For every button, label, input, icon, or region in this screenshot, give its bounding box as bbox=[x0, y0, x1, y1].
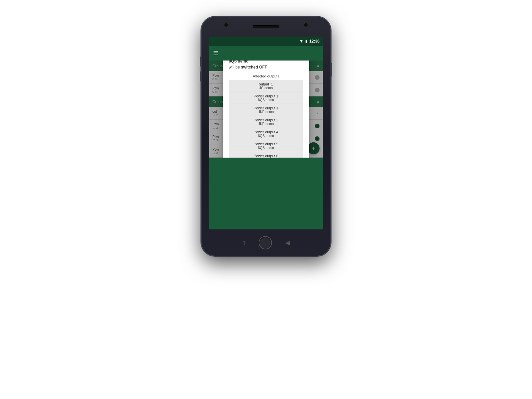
volume-down-button bbox=[200, 71, 201, 81]
phone-bottom-nav: ▯ ◀ bbox=[201, 229, 331, 256]
phone-screen: ▼ ▮ 12:36 ☰ Group 1 ∧ Pow 0 m bbox=[209, 37, 323, 229]
status-time: 12:36 bbox=[309, 39, 320, 44]
hamburger-menu-icon[interactable]: ☰ bbox=[213, 50, 218, 57]
battery-icon: ▮ bbox=[305, 39, 307, 44]
output-item-device: 4KE demo bbox=[231, 110, 301, 114]
output-item-name: Power output 5 bbox=[231, 142, 301, 146]
dialog-output-item: Power output 1 4KE demo bbox=[229, 104, 303, 116]
output-item-name: Power output 1 bbox=[231, 106, 301, 110]
affected-outputs-label: Affected outputs bbox=[229, 74, 303, 78]
dialog-output-item: Power output 6 8QS demo bbox=[229, 152, 303, 158]
volume-up-button bbox=[200, 57, 201, 66]
front-camera-left bbox=[224, 23, 228, 27]
output-item-device: 8QS demo bbox=[231, 134, 301, 138]
dialog-output-item: Power output 1 8QS demo bbox=[229, 92, 303, 104]
home-button[interactable] bbox=[259, 236, 272, 249]
dialog-action-word: switched OFF bbox=[241, 65, 267, 69]
app-content: Group 1 ∧ Pow 0 m Pow 0 m bbox=[209, 61, 323, 158]
confirmation-dialog: Are you sure? All outputs in group 8QS d… bbox=[223, 61, 309, 158]
dialog-output-item: output_1 4C demo bbox=[229, 80, 303, 92]
back-button-icon[interactable]: ◀ bbox=[285, 239, 290, 246]
phone-shell: ▼ ▮ 12:36 ☰ Group 1 ∧ Pow 0 m bbox=[201, 17, 331, 256]
output-item-name: output_1 bbox=[231, 82, 301, 86]
output-item-device: 4C demo bbox=[231, 86, 301, 90]
output-item-name: Power output 4 bbox=[231, 130, 301, 134]
dialog-output-item: Power output 4 8QS demo bbox=[229, 128, 303, 140]
status-bar: ▼ ▮ 12:36 bbox=[209, 37, 323, 46]
scene: ▼ ▮ 12:36 ☰ Group 1 ∧ Pow 0 m bbox=[0, 0, 532, 399]
dialog-body-text: All outputs in group 8QS demo will be sw… bbox=[229, 61, 303, 70]
dialog-overlay: Are you sure? All outputs in group 8QS d… bbox=[209, 61, 323, 158]
dialog-body-line3: will be bbox=[229, 65, 240, 69]
output-item-name: Power output 6 bbox=[231, 154, 301, 158]
earpiece-speaker bbox=[253, 25, 279, 28]
dialog-output-list[interactable]: output_1 4C demo Power output 1 8QS demo… bbox=[229, 80, 303, 158]
app-header: ☰ bbox=[209, 46, 323, 61]
front-camera-right bbox=[304, 23, 308, 27]
dialog-group-name: 8QS demo bbox=[229, 61, 248, 64]
phone-top-bar bbox=[201, 17, 331, 37]
output-item-device: 4KE demo bbox=[231, 122, 301, 126]
recent-apps-icon[interactable]: ▯ bbox=[242, 240, 245, 246]
dialog-output-item: Power output 5 8QS demo bbox=[229, 140, 303, 152]
output-item-name: Power output 2 bbox=[231, 118, 301, 122]
power-button bbox=[331, 63, 332, 76]
output-item-device: 8QS demo bbox=[231, 98, 301, 102]
output-item-name: Power output 1 bbox=[231, 94, 301, 98]
wifi-icon: ▼ bbox=[299, 39, 303, 44]
output-item-device: 8QS demo bbox=[231, 146, 301, 150]
dialog-output-item: Power output 2 4KE demo bbox=[229, 116, 303, 128]
